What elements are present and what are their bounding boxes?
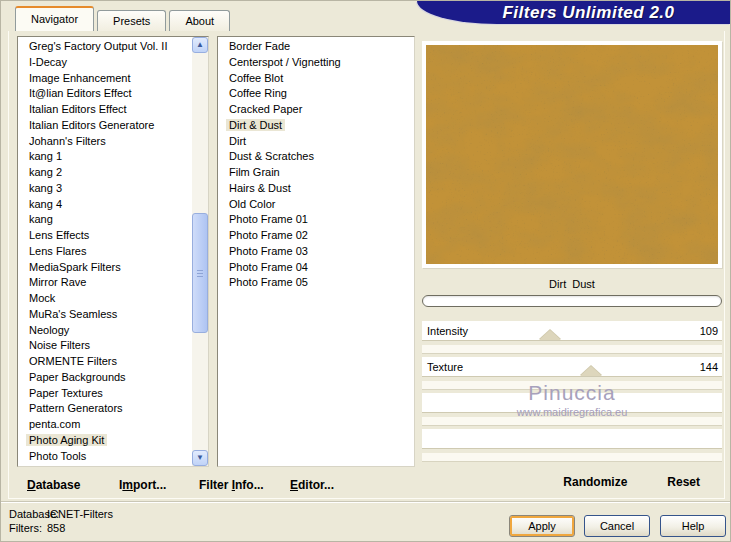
status-bar: Database: ICNET-Filters Filters: 858 App… <box>1 502 730 542</box>
list-item[interactable]: Dust & Scratches <box>218 149 414 165</box>
list-item[interactable]: Mirror Rave <box>18 275 191 291</box>
filter-list: Border FadeCenterspot / VignettingCoffee… <box>217 36 415 467</box>
list-item-label: Film Grain <box>226 166 283 178</box>
list-item[interactable]: Mock <box>18 291 191 307</box>
randomize-button[interactable]: Randomize <box>563 475 627 489</box>
list-item-label: kang 4 <box>26 198 65 210</box>
scroll-up-icon[interactable]: ▲ <box>192 37 208 53</box>
scroll-down-icon[interactable]: ▼ <box>192 450 208 466</box>
list-item[interactable]: Old Color <box>218 197 414 213</box>
list-item[interactable]: Image Enhancement <box>18 71 191 87</box>
list-item-label: Dust & Scratches <box>226 150 317 162</box>
list-item[interactable]: Cracked Paper <box>218 102 414 118</box>
slider-thumb-icon[interactable] <box>580 366 602 376</box>
list-item[interactable]: Photo Frame 04 <box>218 260 414 276</box>
slider-thumb-icon[interactable] <box>539 330 561 340</box>
editor-button[interactable]: Editor... <box>290 478 334 492</box>
list-item[interactable]: Photo Tools <box>18 449 191 465</box>
database-status-label: Database: <box>9 508 47 520</box>
database-status: Database: ICNET-Filters Filters: 858 <box>9 508 113 534</box>
list-item[interactable]: Photo Frame 02 <box>218 228 414 244</box>
list-item-label: Italian Editors Effect <box>26 103 130 115</box>
list-item-label: Pattern Generators <box>26 402 126 414</box>
preview-frame <box>422 41 722 268</box>
database-button[interactable]: Database <box>27 478 80 492</box>
parameter-rows: Intensity 109 Texture 144 Pinuccia ww <box>422 321 722 462</box>
list-item-label: Photo Frame 05 <box>226 276 311 288</box>
preview-panel: Dirt Dust Intensity 109 Texture 144 <box>422 41 722 493</box>
slider-texture[interactable]: Texture 144 <box>422 357 722 377</box>
import-button[interactable]: Import... <box>119 478 166 492</box>
list-item[interactable]: Italian Editors Generatore <box>18 118 191 134</box>
list-item-label: kang <box>26 213 56 225</box>
list-item[interactable]: Photo Frame 05 <box>218 275 414 291</box>
list-item[interactable]: Coffee Blot <box>218 71 414 87</box>
list-item[interactable]: Photo Frame 01 <box>218 212 414 228</box>
list-item-label: penta.com <box>26 418 83 430</box>
list-item-label: kang 1 <box>26 150 65 162</box>
list-item[interactable]: MuRa's Seamless <box>18 307 191 323</box>
scrollbar-thumb[interactable] <box>192 213 208 333</box>
list-item[interactable]: It@lian Editors Effect <box>18 86 191 102</box>
list-item-label: Coffee Blot <box>226 72 286 84</box>
list-item[interactable]: Neology <box>18 323 191 339</box>
list-item[interactable]: kang 1 <box>18 149 191 165</box>
list-item[interactable]: MediaSpark Filters <box>18 260 191 276</box>
list-item-label: Dirt <box>226 135 249 147</box>
apply-button[interactable]: Apply <box>509 515 575 537</box>
tab-navigator[interactable]: Navigator <box>15 6 94 31</box>
list-item-label: I-Decay <box>26 56 70 68</box>
list-item[interactable]: penta.com <box>18 417 191 433</box>
list-item[interactable]: Pattern Generators <box>18 401 191 417</box>
list-item[interactable]: Dirt <box>218 134 414 150</box>
reset-button[interactable]: Reset <box>667 475 700 489</box>
list-item-label: kang 3 <box>26 182 65 194</box>
list-item[interactable]: Centerspot / Vignetting <box>218 55 414 71</box>
list-item-label: Photo Aging Kit <box>26 434 107 446</box>
list-item[interactable]: Noise Filters <box>18 338 191 354</box>
list-item[interactable]: kang <box>18 212 191 228</box>
title-banner: Filters Unlimited 2.0 <box>417 1 730 24</box>
list-item-label: MuRa's Seamless <box>26 308 120 320</box>
list-item-label: Paper Backgrounds <box>26 371 129 383</box>
list-item[interactable]: Dirt & Dust <box>218 118 414 134</box>
category-list-scrollbar[interactable]: ▲ ▼ <box>192 37 208 466</box>
list-item-label: Old Color <box>226 198 278 210</box>
list-item[interactable]: Italian Editors Effect <box>18 102 191 118</box>
list-item[interactable]: Paper Textures <box>18 386 191 402</box>
list-item[interactable]: Coffee Ring <box>218 86 414 102</box>
slider-value: 144 <box>700 357 718 377</box>
slider-intensity[interactable]: Intensity 109 <box>422 321 722 341</box>
navigator-tab-page: Greg's Factory Output Vol. III-DecayImag… <box>8 31 725 499</box>
list-item[interactable]: Film Grain <box>218 165 414 181</box>
list-item-label: It@lian Editors Effect <box>26 87 135 99</box>
list-item-label: Photo Frame 03 <box>226 245 311 257</box>
preview-progress-bar <box>422 295 722 307</box>
tab-presets[interactable]: Presets <box>97 10 166 31</box>
list-item[interactable]: Border Fade <box>218 39 414 55</box>
list-item[interactable]: kang 4 <box>18 197 191 213</box>
filters-count-value: 858 <box>47 522 113 534</box>
list-item[interactable]: Johann's Filters <box>18 134 191 150</box>
category-list: Greg's Factory Output Vol. III-DecayImag… <box>17 36 209 467</box>
slider-label: Texture <box>427 357 463 377</box>
list-item[interactable]: Photo Frame 03 <box>218 244 414 260</box>
slider-track-spacer <box>422 453 722 462</box>
list-item[interactable]: I-Decay <box>18 55 191 71</box>
list-item-label: Dirt & Dust <box>226 119 285 131</box>
cancel-button[interactable]: Cancel <box>584 515 650 537</box>
list-item[interactable]: Hairs & Dust <box>218 181 414 197</box>
list-item[interactable]: ORMENTE Filters <box>18 354 191 370</box>
list-item[interactable]: Photo Aging Kit <box>18 433 191 449</box>
list-item[interactable]: Lens Flares <box>18 244 191 260</box>
list-item[interactable]: Lens Effects <box>18 228 191 244</box>
tab-about[interactable]: About <box>169 10 230 31</box>
preview-image <box>426 45 718 264</box>
filter-info-button[interactable]: Filter Info... <box>199 478 264 492</box>
list-item[interactable]: kang 3 <box>18 181 191 197</box>
list-item[interactable]: kang 2 <box>18 165 191 181</box>
list-item[interactable]: Greg's Factory Output Vol. II <box>18 39 191 55</box>
list-item[interactable]: Paper Backgrounds <box>18 370 191 386</box>
list-item-label: kang 2 <box>26 166 65 178</box>
help-button[interactable]: Help <box>660 515 726 537</box>
